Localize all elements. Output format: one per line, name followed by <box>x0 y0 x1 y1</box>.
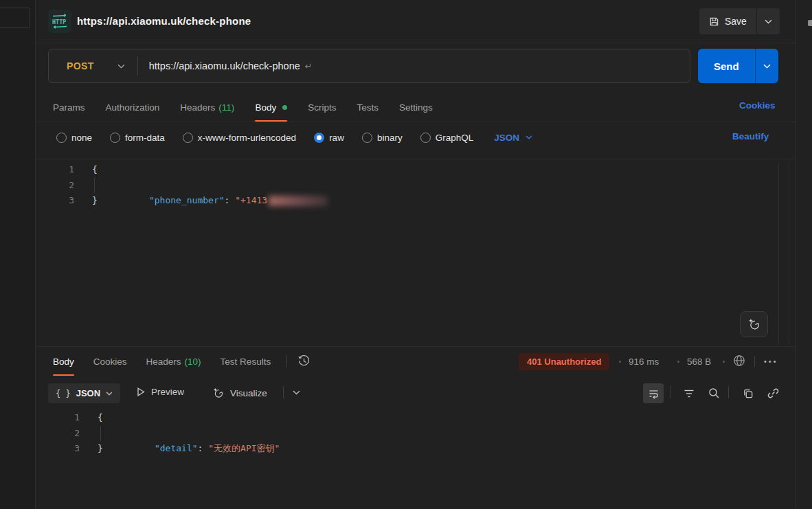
cookies-link[interactable]: Cookies <box>739 100 776 111</box>
request-title: https://api.xiaomu.uk/check-phone <box>77 15 251 27</box>
json-value-visible: "+1413 <box>235 195 267 205</box>
save-button[interactable]: Save <box>699 8 756 34</box>
radio-circle <box>56 133 67 143</box>
headers-count-badge: (11) <box>218 102 234 113</box>
save-split-button: Save <box>699 8 780 34</box>
right-rail-icon[interactable] <box>808 20 812 26</box>
postbot-button[interactable] <box>740 311 768 337</box>
response-time[interactable]: 916 ms <box>629 357 659 367</box>
link-icon[interactable] <box>763 383 783 403</box>
toolbar-divider <box>728 386 729 398</box>
request-editor-gutter: 1 2 3 <box>48 162 74 209</box>
request-body-editor[interactable]: { "phone_number": "+1413 } <box>92 162 328 209</box>
response-tab-body[interactable]: Body <box>53 348 74 376</box>
response-tab-cookies[interactable]: Cookies <box>93 348 127 376</box>
tabs-bottom-border <box>36 122 796 122</box>
filter-icon[interactable] <box>679 383 699 403</box>
editor-scrollbar[interactable] <box>778 162 779 345</box>
json-key: "phone_number" <box>149 195 225 205</box>
method-dropdown[interactable]: POST <box>49 60 137 71</box>
request-header-bar: HTTP https://api.xiaomu.uk/check-phone S… <box>36 0 796 43</box>
radio-form-data[interactable]: form-data <box>110 133 165 143</box>
tab-settings[interactable]: Settings <box>399 93 433 122</box>
radio-raw[interactable]: raw <box>314 133 344 143</box>
right-sidebar-rail[interactable] <box>796 0 812 509</box>
language-dropdown[interactable]: JSON <box>494 133 532 143</box>
tab-scripts[interactable]: Scripts <box>308 93 336 122</box>
radio-binary[interactable]: binary <box>362 133 403 143</box>
send-button[interactable]: Send <box>698 49 755 83</box>
save-options-button[interactable] <box>757 8 780 34</box>
active-tab-underline <box>53 374 74 376</box>
url-input[interactable]: https://api.xiaomu.uk/check-phone↵ <box>138 60 313 71</box>
body-has-content-dot <box>282 105 287 110</box>
editor-scrollbar-track[interactable] <box>789 162 789 345</box>
response-format-dropdown[interactable]: { } JSON <box>48 383 120 403</box>
response-tabs-divider <box>286 355 287 367</box>
svg-text:HTTP: HTTP <box>52 19 66 25</box>
method-label: POST <box>67 60 94 71</box>
radio-x-www-form-urlencoded[interactable]: x-www-form-urlencoded <box>183 133 296 143</box>
http-method-icon: HTTP <box>48 10 71 33</box>
tab-headers[interactable]: Headers (11) <box>180 93 234 122</box>
tab-authorization[interactable]: Authorization <box>106 93 160 122</box>
beautify-link[interactable]: Beautify <box>732 131 769 142</box>
more-options-button[interactable]: ••• <box>764 357 778 365</box>
response-editor-gutter: 1 2 3 <box>55 410 80 457</box>
request-url-box: POST https://api.xiaomu.uk/check-phone↵ <box>48 49 690 83</box>
toolbar-divider <box>283 386 284 398</box>
redacted-phone-blur <box>269 196 328 206</box>
response-size[interactable]: 568 B <box>687 357 711 367</box>
response-tabs: Body Cookies Headers (10) Test Results <box>53 347 271 376</box>
radio-circle-selected <box>314 133 324 143</box>
response-tab-test-results[interactable]: Test Results <box>221 348 271 376</box>
save-icon <box>709 16 719 27</box>
chevron-down-icon <box>117 64 125 69</box>
tab-body[interactable]: Body <box>255 93 287 122</box>
network-globe-icon[interactable] <box>732 354 746 367</box>
response-tab-headers[interactable]: Headers (10) <box>146 348 201 376</box>
radio-circle <box>362 133 372 143</box>
radio-circle <box>183 133 193 143</box>
tab-params[interactable]: Params <box>53 93 85 122</box>
toolbar-chevron-down[interactable] <box>293 390 300 395</box>
indent-guide <box>100 426 101 441</box>
braces-icon: { } <box>56 389 71 398</box>
indent-guide <box>94 178 95 193</box>
body-type-options: none form-data x-www-form-urlencoded raw… <box>56 125 532 150</box>
tab-tests[interactable]: Tests <box>357 93 379 122</box>
separator-dot <box>723 361 725 363</box>
send-button-label: Send <box>714 60 739 72</box>
wrap-text-toggle[interactable] <box>643 383 664 403</box>
sidebar-collapsed-tab[interactable] <box>0 8 30 28</box>
radio-circle <box>420 133 431 143</box>
editor-top-border <box>36 159 796 159</box>
history-icon[interactable] <box>297 354 311 367</box>
radio-graphql[interactable]: GraphQL <box>420 133 474 143</box>
chevron-down-icon <box>106 392 113 396</box>
separator-dot <box>619 361 621 363</box>
response-headers-count-badge: (10) <box>185 357 201 367</box>
status-badge[interactable]: 401 Unauthorized <box>519 353 609 370</box>
enter-hint-icon: ↵ <box>305 61 313 71</box>
preview-button[interactable]: Preview <box>136 387 184 397</box>
toolbar-divider <box>670 386 670 398</box>
radio-none[interactable]: none <box>56 133 92 143</box>
request-tabs: Params Authorization Headers (11) Body S… <box>53 93 433 122</box>
sparkle-circle-icon <box>212 387 225 399</box>
meta-divider <box>754 356 755 367</box>
copy-icon[interactable] <box>738 383 758 403</box>
url-value: https://api.xiaomu.uk/check-phone <box>149 60 300 71</box>
separator-dot <box>677 361 679 363</box>
json-value: "无效的API密钥" <box>208 443 280 453</box>
search-icon[interactable] <box>703 383 724 403</box>
left-sidebar-rail[interactable] <box>0 0 36 509</box>
chevron-down-icon <box>526 135 532 139</box>
play-icon <box>136 387 146 397</box>
send-options-button[interactable] <box>756 49 778 83</box>
save-button-label: Save <box>725 16 747 27</box>
api-client-window: HTTP https://api.xiaomu.uk/check-phone S… <box>0 0 812 509</box>
response-body-editor[interactable]: { "detail": "无效的API密钥" } <box>98 410 280 457</box>
visualize-button[interactable]: Visualize <box>212 387 267 399</box>
radio-circle <box>110 133 120 143</box>
